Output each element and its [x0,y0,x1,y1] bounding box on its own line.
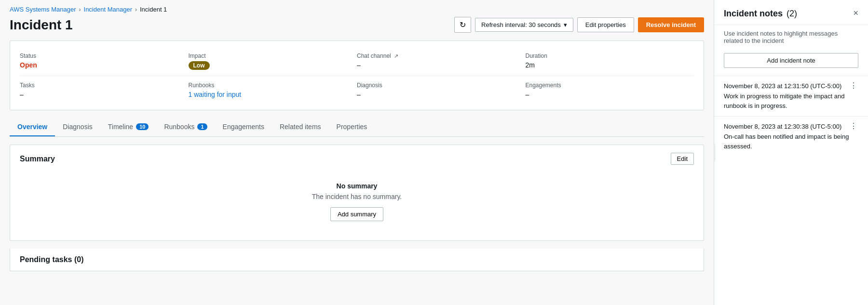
breadcrumb-current: Incident 1 [140,6,167,13]
tasks-label: Tasks [20,82,181,89]
note-menu-button-1[interactable]: ⋮ [849,82,858,90]
tab-properties[interactable]: Properties [329,118,375,136]
note-timestamp-1: November 8, 2023 at 12:31:50 (UTC-5:00) … [724,82,858,90]
edit-properties-button[interactable]: Edit properties [577,17,634,32]
info-card: Status Open Impact Low Chat channel ↗ – … [10,40,704,110]
note-text-1: Work in progress to mitigate the impact … [724,92,858,110]
tab-timeline-label: Timeline [108,123,133,131]
breadcrumb-sep-1: › [79,6,81,13]
runbooks-link[interactable]: 1 waiting for input [189,91,242,98]
status-value: Open [20,61,181,69]
tab-engagements[interactable]: Engagements [215,118,272,136]
info-grid: Status Open Impact Low Chat channel ↗ – … [20,49,694,102]
tab-runbooks-badge: 1 [197,123,207,130]
pending-tasks-title: Pending tasks (0) [20,255,83,264]
header-actions: ↻ Refresh interval: 30 seconds ▾ Edit pr… [454,17,704,33]
engagements-value: – [526,91,687,98]
runbooks-value: 1 waiting for input [189,91,350,98]
sidebar-close-button[interactable]: × [853,9,858,17]
refresh-label: Refresh interval: 30 seconds [481,21,561,28]
status-label: Status [20,53,181,59]
page-header: Incident 1 ↻ Refresh interval: 30 second… [0,17,714,40]
duration-cell: Duration 2m [526,49,694,74]
summary-empty-desc: The incident has no summary. [20,193,694,200]
main-content: AWS Systems Manager › Incident Manager ›… [0,0,714,305]
tab-timeline-badge: 10 [136,123,149,130]
breadcrumb-sep-2: › [135,6,137,13]
tab-overview-label: Overview [17,123,47,131]
diagnosis-value: – [357,91,518,98]
duration-label: Duration [526,53,687,59]
impact-cell: Impact Low [189,49,357,74]
breadcrumb-aws-systems-manager[interactable]: AWS Systems Manager [10,6,76,13]
breadcrumb-incident-manager[interactable]: Incident Manager [84,6,132,13]
sidebar-panel: || Incident notes (2) × Use incident not… [714,0,868,305]
summary-empty-state: No summary The incident has no summary. … [20,171,694,233]
summary-header: Summary Edit [20,153,694,165]
impact-badge: Low [189,61,210,70]
runbooks-cell: Runbooks 1 waiting for input [189,78,357,102]
summary-edit-button[interactable]: Edit [671,153,694,165]
collapse-handle[interactable]: || [714,144,715,161]
sidebar-description: Use incident notes to highlight messages… [714,25,868,49]
tab-related-items-label: Related items [280,123,321,131]
resolve-incident-button[interactable]: Resolve incident [638,17,704,32]
summary-card: Summary Edit No summary The incident has… [10,145,704,241]
sidebar-title-group: Incident notes (2) [724,9,797,19]
tasks-value: – [20,91,181,98]
tabs-bar: Overview Diagnosis Timeline 10 Runbooks … [10,118,704,137]
tab-properties-label: Properties [337,123,367,131]
tab-engagements-label: Engagements [223,123,264,131]
note-item-2: November 8, 2023 at 12:30:38 (UTC-5:00) … [714,116,868,157]
sidebar-title: Incident notes [724,9,783,18]
info-divider [20,76,694,76]
note-timestamp-text-2: November 8, 2023 at 12:30:38 (UTC-5:00) [724,123,841,130]
sidebar-header: Incident notes (2) × [714,0,868,25]
refresh-dropdown-icon: ▾ [564,21,567,28]
tab-diagnosis[interactable]: Diagnosis [55,118,100,136]
chat-channel-value: – [357,61,518,69]
summary-title: Summary [20,155,55,163]
note-menu-button-2[interactable]: ⋮ [849,122,858,130]
tab-runbooks[interactable]: Runbooks 1 [156,118,215,136]
refresh-icon-button[interactable]: ↻ [454,17,471,33]
note-timestamp-2: November 8, 2023 at 12:30:38 (UTC-5:00) … [724,122,858,130]
chat-external-icon: ↗ [394,53,398,59]
impact-value: Low [189,61,350,70]
add-summary-button[interactable]: Add summary [330,207,383,221]
pending-tasks-card: Pending tasks (0) [10,249,704,271]
note-text-2: On-call has been notified and impact is … [724,132,858,151]
add-incident-note-button[interactable]: Add incident note [724,53,858,68]
status-cell: Status Open [20,49,189,74]
sidebar-count: (2) [787,9,797,18]
chat-channel-cell: Chat channel ↗ – [357,49,526,74]
engagements-cell: Engagements – [526,78,694,102]
engagements-label: Engagements [526,82,687,89]
tab-diagnosis-label: Diagnosis [63,123,92,131]
refresh-interval-button[interactable]: Refresh interval: 30 seconds ▾ [475,18,573,32]
diagnosis-label: Diagnosis [357,82,518,89]
tab-related-items[interactable]: Related items [272,118,329,136]
note-timestamp-text-1: November 8, 2023 at 12:31:50 (UTC-5:00) [724,82,841,90]
note-item-1: November 8, 2023 at 12:31:50 (UTC-5:00) … [714,76,868,116]
impact-label: Impact [189,53,350,59]
page-title: Incident 1 [10,17,73,33]
chat-channel-label: Chat channel ↗ [357,53,518,59]
tab-overview[interactable]: Overview [10,118,55,136]
runbooks-label: Runbooks [189,82,350,89]
diagnosis-cell: Diagnosis – [357,78,526,102]
tab-timeline[interactable]: Timeline 10 [100,118,157,136]
tasks-cell: Tasks – [20,78,189,102]
tab-runbooks-label: Runbooks [164,123,194,131]
summary-empty-title: No summary [20,182,694,190]
duration-value: 2m [526,61,687,69]
breadcrumb: AWS Systems Manager › Incident Manager ›… [0,0,714,17]
